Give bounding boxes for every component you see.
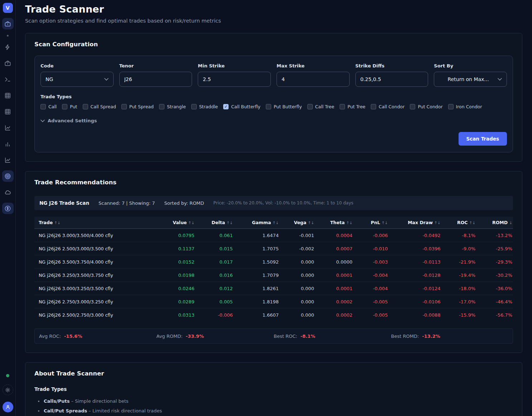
column-header[interactable]: Value↑↓	[154, 217, 195, 229]
trade-type-checkbox[interactable]: ✓ Call Condor	[371, 104, 404, 109]
grid-icon	[4, 108, 11, 115]
column-header[interactable]: ROMD↓	[476, 217, 513, 229]
cell-pnl: -0.004	[353, 269, 389, 282]
column-header[interactable]: Trade↑↓	[34, 217, 154, 229]
cell-pnl: -0.005	[353, 295, 389, 308]
sidebar-item-grid-2[interactable]	[2, 106, 14, 117]
column-header[interactable]: Theta↑↓	[315, 217, 353, 229]
cell-delta: 0.015	[195, 242, 234, 255]
cell-theta: 0.0000	[315, 255, 353, 269]
cell-value: 0.0289	[154, 295, 195, 308]
summary-item: Avg ROMD: -33.9%	[157, 334, 274, 339]
summary-label: Avg ROC:	[39, 334, 61, 339]
sidebar-item-terminal[interactable]	[2, 74, 14, 85]
cell-roc: -8.1%	[441, 229, 476, 242]
cell-trade: NG j26j26 3.000/3.500/4.000 cfly	[34, 229, 154, 242]
sidebar-item-chart-1[interactable]	[2, 122, 14, 133]
strike-diffs-input[interactable]	[355, 72, 428, 87]
code-select[interactable]: NG	[40, 72, 114, 87]
check-icon: ✓	[308, 104, 311, 109]
cell-maxdraw: -0.0128	[389, 269, 441, 282]
cell-maxdraw: -0.0396	[389, 242, 441, 255]
trade-type-checkbox[interactable]: ✓ Put Spread	[121, 104, 154, 109]
grid-icon	[4, 92, 11, 99]
summary-value: -8.1%	[301, 334, 315, 339]
tenor-label: Tenor	[119, 63, 192, 68]
cell-maxdraw: -0.0106	[389, 295, 441, 308]
sidebar-item-positions[interactable]	[2, 57, 14, 69]
cell-value: 0.1137	[154, 242, 195, 255]
trade-type-checkbox[interactable]: ✓ Put	[62, 104, 77, 109]
trade-types-label: Trade Types	[40, 94, 507, 99]
about-section-title: Trade Types	[34, 386, 513, 392]
table-row: NG j26j26 3.250/3.500/3.750 cfly 0.0198 …	[34, 269, 513, 282]
column-header[interactable]: PnL↑↓	[353, 217, 389, 229]
scan-configuration-panel: Scan Configuration Code NG Tenor	[25, 33, 522, 162]
advanced-settings-label: Advanced Settings	[48, 118, 97, 123]
trade-type-checkbox[interactable]: ✓ Call	[40, 104, 57, 109]
check-icon: ✓	[123, 104, 126, 109]
sidebar-item-pricing[interactable]	[2, 203, 14, 214]
trade-type-checkbox[interactable]: ✓ Call Tree	[307, 104, 334, 109]
scan-stats: Scanned: 7 | Showing: 7	[99, 200, 155, 206]
column-header[interactable]: Gamma↑↓	[234, 217, 279, 229]
checkbox-icon: ✓	[410, 104, 415, 109]
sidebar-item-quick-actions[interactable]	[2, 41, 14, 53]
trade-type-checkbox[interactable]: ✓ Strangle	[159, 104, 186, 109]
main-content: Trade Scanner Scan option strategies and…	[16, 0, 532, 416]
check-icon: ✓	[63, 104, 66, 109]
logo-v[interactable]: V	[3, 3, 13, 13]
table-row: NG j26j26 2.750/3.000/3.250 cfly 0.0289 …	[34, 295, 513, 308]
user-avatar[interactable]	[3, 402, 13, 412]
trade-type-checkbox[interactable]: ✓ Put Butterfly	[266, 104, 302, 109]
scan-configuration-card: Code NG Tenor Min Strike	[34, 56, 513, 152]
trade-type-checkbox[interactable]: ✓ Call Butterfly	[223, 104, 260, 109]
cell-value: 0.0198	[154, 269, 195, 282]
advanced-settings-toggle[interactable]: Advanced Settings	[40, 118, 507, 123]
gear-icon	[5, 387, 11, 393]
max-strike-input[interactable]	[277, 72, 350, 87]
column-header[interactable]: Vega↑↓	[279, 217, 315, 229]
trade-type-checkbox[interactable]: ✓ Put Tree	[340, 104, 365, 109]
checkbox-icon: ✓	[159, 104, 164, 109]
lightning-icon	[4, 44, 11, 51]
strike-diffs-label: Strike Diffs	[355, 63, 428, 68]
settings-button[interactable]	[3, 384, 13, 395]
max-strike-field: Max Strike	[277, 63, 350, 87]
scan-trades-button[interactable]: Scan Trades	[459, 132, 507, 146]
sort-by-select[interactable]: Return on Max...	[434, 72, 507, 87]
sorted-by: Sorted by: ROMD	[164, 200, 204, 206]
checkbox-icon: ✓	[121, 104, 127, 109]
column-header[interactable]: Max Draw↑↓	[389, 217, 441, 229]
trade-type-checkbox[interactable]: ✓ Call Spread	[83, 104, 116, 109]
column-header[interactable]: Delta↑↓	[195, 217, 234, 229]
trade-type-checkbox[interactable]: ✓ Straddle	[191, 104, 218, 109]
trade-type-checkbox[interactable]: ✓ Iron Condor	[448, 104, 482, 109]
sidebar-item-bar-chart[interactable]	[2, 138, 14, 150]
sort-arrows-icon: ↑↓	[469, 221, 475, 225]
table-row: NG j26j26 3.000/3.250/3.500 cfly 0.0246 …	[34, 282, 513, 295]
column-header[interactable]: ROC↑↓	[441, 217, 476, 229]
trade-type-label: Straddle	[199, 104, 218, 109]
summary-label: Best ROMD:	[391, 334, 419, 339]
cell-vega: 0.000	[279, 269, 315, 282]
cell-gamma: 1.8198	[234, 295, 279, 308]
cell-theta: 0.0007	[315, 242, 353, 255]
cell-roc: -9.0%	[441, 242, 476, 255]
cell-trade: NG j26j26 2.750/3.000/3.250 cfly	[34, 295, 154, 308]
status-dot	[6, 374, 9, 377]
trade-type-checkbox[interactable]: ✓ Put Condor	[410, 104, 442, 109]
sort-arrows-icon: ↑↓	[188, 221, 195, 225]
summary-bar: Avg ROC: -15.6% Avg ROMD: -33.9% Best RO…	[34, 328, 513, 344]
sidebar-item-cloud[interactable]	[2, 186, 14, 198]
sidebar-item-grid-1[interactable]	[2, 90, 14, 101]
cell-value: 0.0152	[154, 255, 195, 269]
sidebar-item-trade-scanner[interactable]	[2, 170, 14, 182]
user-icon	[5, 404, 11, 410]
tenor-input[interactable]	[119, 72, 192, 87]
about-panel: About Trade Scanner Trade Types Calls/Pu…	[25, 362, 522, 416]
min-strike-input[interactable]	[198, 72, 271, 87]
sidebar-item-portfolio[interactable]	[2, 18, 14, 29]
trade-type-label: Put Butterfly	[274, 104, 302, 109]
sidebar-item-chart-2[interactable]	[2, 154, 14, 166]
